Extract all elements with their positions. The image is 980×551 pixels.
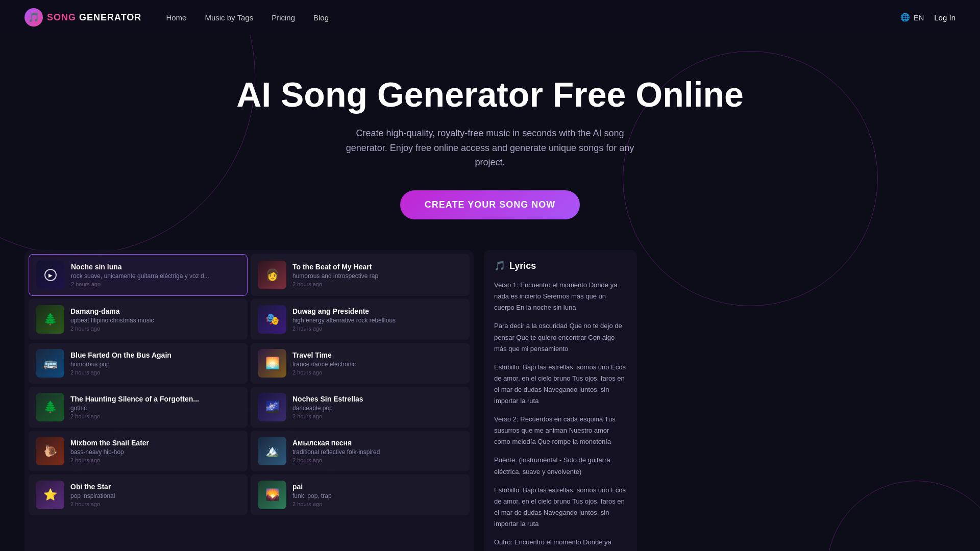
song-info: To the Beat of My Hearthumorous and intr… <box>292 263 462 287</box>
globe-icon: 🌐 <box>900 13 910 22</box>
song-tags: trance dance electronic <box>292 361 462 368</box>
song-tags: bass-heavy hip-hop <box>70 448 240 456</box>
song-item[interactable]: 🏔️Амылская песняtraditional reflective f… <box>251 431 470 471</box>
main-content: ▶Noche sin lunarock suave, unicamente gu… <box>0 250 980 551</box>
hero-heading: AI Song Generator Free Online <box>24 76 955 114</box>
song-info: The Haunting Silence of a Forgotten...go… <box>70 395 240 419</box>
song-title: To the Beat of My Heart <box>292 263 462 271</box>
song-tags: traditional reflective folk-inspired <box>292 448 462 456</box>
song-title: Mixbom the Snail Eater <box>70 439 240 447</box>
song-time: 2 hours ago <box>71 281 240 287</box>
song-info: Амылская песняtraditional reflective fol… <box>292 439 462 463</box>
hero-subtext: Create high-quality, royalty-free music … <box>337 126 643 170</box>
song-tags: danceable pop <box>292 405 462 412</box>
song-item[interactable]: 🌅Travel Timetrance dance electronic2 hou… <box>251 343 470 384</box>
song-thumbnail: 👩 <box>258 261 286 289</box>
song-thumbnail: ⭐ <box>36 481 64 509</box>
language-selector[interactable]: 🌐 EN <box>900 13 924 22</box>
song-item[interactable]: ▶Noche sin lunarock suave, unicamente gu… <box>29 254 248 296</box>
song-title: Noche sin luna <box>71 263 240 271</box>
lyrics-verse: Estribillo: Bajo las estrellas, somos un… <box>494 485 627 530</box>
song-time: 2 hours ago <box>70 325 240 332</box>
lyrics-title: Lyrics <box>509 261 536 271</box>
song-time: 2 hours ago <box>70 413 240 419</box>
play-overlay: ▶ <box>36 261 65 289</box>
song-title: The Haunting Silence of a Forgotten... <box>70 395 240 403</box>
song-item[interactable]: 🚌Blue Farted On the Bus Againhumorous po… <box>29 343 248 384</box>
song-time: 2 hours ago <box>70 501 240 507</box>
logo-text: SONG GENERATOR <box>47 12 141 23</box>
nav-blog[interactable]: Blog <box>313 13 329 22</box>
song-info: Damang-damaupbeat filipino christmas mus… <box>70 307 240 332</box>
song-tags: upbeat filipino christmas music <box>70 317 240 324</box>
login-button[interactable]: Log In <box>934 13 955 22</box>
song-thumbnail: 🚌 <box>36 349 64 378</box>
lang-label: EN <box>913 13 924 22</box>
song-title: Noches Sin Estrellas <box>292 395 462 403</box>
song-tags: humorous pop <box>70 361 240 368</box>
lyrics-verse: Outro: Encuentro el momento Donde ya nad… <box>494 537 627 551</box>
lyrics-verse: Verso 2: Recuerdos en cada esquina Tus s… <box>494 414 627 447</box>
create-song-button[interactable]: CREATE YOUR SONG NOW <box>400 190 580 219</box>
lyrics-verse: Puente: (Instrumental - Solo de guitarra… <box>494 455 627 477</box>
song-tags: funk, pop, trap <box>292 492 462 499</box>
song-title: Travel Time <box>292 351 462 359</box>
song-thumbnail: 🌅 <box>258 349 286 378</box>
play-icon: ▶ <box>44 269 57 281</box>
song-item[interactable]: ⭐Obi the Starpop inspirational2 hours ag… <box>29 474 248 515</box>
navbar: 🎵 SONG GENERATOR Home Music by Tags Pric… <box>0 0 980 35</box>
logo[interactable]: 🎵 SONG GENERATOR <box>24 8 141 27</box>
song-item[interactable]: 🌲The Haunting Silence of a Forgotten...g… <box>29 387 248 428</box>
logo-icon: 🎵 <box>24 8 43 27</box>
song-tags: pop inspirational <box>70 492 240 499</box>
lyrics-panel: 🎵 Lyrics Verso 1: Encuentro el momento D… <box>484 250 637 551</box>
song-title: Obi the Star <box>70 483 240 491</box>
lyrics-icon: 🎵 <box>494 260 505 271</box>
nav-right: 🌐 EN Log In <box>900 13 955 22</box>
song-thumbnail: ▶ <box>36 261 65 289</box>
song-info: Duwag ang Presidentehigh energy alternat… <box>292 307 462 332</box>
song-info: Noche sin lunarock suave, unicamente gui… <box>71 263 240 287</box>
song-thumbnail: 🏔️ <box>258 437 286 465</box>
song-title: Duwag ang Presidente <box>292 307 462 315</box>
song-time: 2 hours ago <box>292 281 462 287</box>
song-item[interactable]: 🐌Mixbom the Snail Eaterbass-heavy hip-ho… <box>29 431 248 471</box>
song-list: ▶Noche sin lunarock suave, unicamente gu… <box>24 250 474 551</box>
song-tags: gothic <box>70 405 240 412</box>
song-info: Blue Farted On the Bus Againhumorous pop… <box>70 351 240 375</box>
song-info: paifunk, pop, trap2 hours ago <box>292 483 462 507</box>
nav-home[interactable]: Home <box>166 13 186 22</box>
nav-pricing[interactable]: Pricing <box>272 13 295 22</box>
song-time: 2 hours ago <box>70 457 240 463</box>
song-info: Travel Timetrance dance electronic2 hour… <box>292 351 462 375</box>
song-item[interactable]: 🎭Duwag ang Presidentehigh energy alterna… <box>251 299 470 340</box>
song-title: Blue Farted On the Bus Again <box>70 351 240 359</box>
lyrics-verse: Verso 1: Encuentro el momento Donde ya n… <box>494 280 627 313</box>
song-thumbnail: 🌌 <box>258 393 286 421</box>
song-item[interactable]: 🌲Damang-damaupbeat filipino christmas mu… <box>29 299 248 340</box>
song-time: 2 hours ago <box>70 369 240 375</box>
song-item[interactable]: 👩To the Beat of My Hearthumorous and int… <box>251 254 470 296</box>
song-item[interactable]: 🌄paifunk, pop, trap2 hours ago <box>251 474 470 515</box>
song-time: 2 hours ago <box>292 501 462 507</box>
lyrics-header: 🎵 Lyrics <box>494 260 627 271</box>
song-tags: high energy alternative rock rebellious <box>292 317 462 324</box>
song-thumbnail: 🌄 <box>258 481 286 509</box>
song-tags: humorous and introspective rap <box>292 272 462 280</box>
song-time: 2 hours ago <box>292 457 462 463</box>
song-time: 2 hours ago <box>292 369 462 375</box>
song-time: 2 hours ago <box>292 325 462 332</box>
song-title: pai <box>292 483 462 491</box>
song-thumbnail: 🌲 <box>36 305 64 334</box>
song-thumbnail: 🐌 <box>36 437 64 465</box>
song-tags: rock suave, unicamente guitarra eléctrig… <box>71 272 240 280</box>
song-thumbnail: 🎭 <box>258 305 286 334</box>
song-item[interactable]: 🌌Noches Sin Estrellasdanceable pop2 hour… <box>251 387 470 428</box>
nav-music-by-tags[interactable]: Music by Tags <box>205 13 253 22</box>
song-info: Noches Sin Estrellasdanceable pop2 hours… <box>292 395 462 419</box>
lyrics-verse: Para decir a la oscuridad Que no te dejo… <box>494 320 627 354</box>
song-grid: ▶Noche sin lunarock suave, unicamente gu… <box>29 254 470 515</box>
song-info: Mixbom the Snail Eaterbass-heavy hip-hop… <box>70 439 240 463</box>
nav-links: Home Music by Tags Pricing Blog <box>166 13 900 22</box>
song-info: Obi the Starpop inspirational2 hours ago <box>70 483 240 507</box>
